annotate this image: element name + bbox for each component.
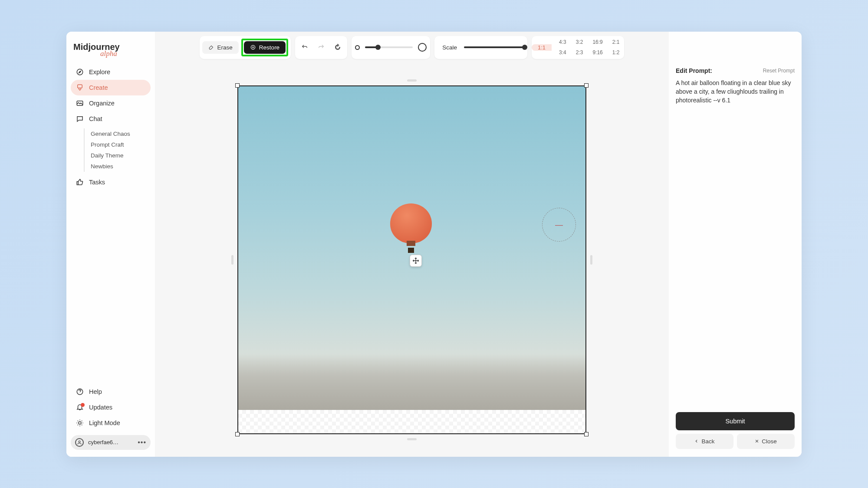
restore-icon — [250, 44, 256, 50]
chevron-left-icon — [694, 439, 699, 443]
redo-button[interactable] — [314, 40, 328, 54]
back-button[interactable]: Back — [676, 434, 733, 449]
user-name: cyberfae6… — [88, 439, 133, 445]
sidebar-label: Updates — [89, 404, 112, 411]
ratio-option[interactable]: 2:1 — [608, 37, 625, 47]
submit-button[interactable]: Submit — [676, 412, 795, 430]
edge-handle-right[interactable] — [590, 255, 592, 265]
highlight-box: Restore — [241, 39, 288, 56]
button-label: Back — [701, 438, 714, 445]
sidebar-item-updates[interactable]: Updates — [71, 400, 151, 415]
user-chip[interactable]: cyberfae6… ••• — [71, 435, 151, 450]
button-label: Restore — [259, 44, 279, 51]
ratio-grid: 4:3 3:2 16:9 2:1 3:4 2:3 9:16 1:2 — [554, 37, 624, 58]
chat-channel-item[interactable]: General Chaos — [91, 128, 151, 139]
sidebar-label: Help — [89, 388, 102, 395]
ratio-option[interactable]: 3:2 — [571, 37, 588, 47]
sidebar-item-tasks[interactable]: Tasks — [71, 174, 151, 190]
edge-handle-bottom[interactable] — [407, 438, 417, 440]
sidebar-item-explore[interactable]: Explore — [71, 64, 151, 80]
hot-air-balloon — [390, 203, 432, 251]
sidebar-label: Tasks — [89, 179, 105, 186]
chat-channel-item[interactable]: Daily Theme — [91, 150, 151, 161]
close-icon — [755, 439, 759, 443]
chat-channel-item[interactable]: Newbies — [91, 161, 151, 172]
image-icon — [76, 99, 84, 107]
transparency-checker — [238, 410, 585, 433]
crop-handle-tl[interactable] — [235, 83, 240, 88]
chat-channels: General Chaos Prompt Craft Daily Theme N… — [84, 128, 151, 172]
aspect-ratio-group: 1:1 4:3 3:2 16:9 2:1 3:4 2:3 9:16 1:2 — [532, 36, 625, 59]
toolbar: Erase Restore — [155, 32, 669, 63]
notification-badge — [81, 403, 85, 407]
canvas-area: — — [155, 63, 669, 457]
scale-label: Scale — [437, 44, 461, 51]
brush-icon — [76, 84, 84, 92]
erase-icon — [208, 44, 214, 50]
crop-handle-br[interactable] — [584, 432, 589, 436]
right-panel: Edit Prompt: Reset Prompt A hot air ball… — [669, 32, 802, 457]
svg-rect-2 — [78, 85, 82, 88]
svg-point-5 — [79, 422, 81, 424]
app-window: Midjourney alpha Explore Create Organize… — [66, 32, 802, 457]
sidebar-label: Light Mode — [89, 419, 120, 426]
ratio-option[interactable]: 16:9 — [588, 37, 607, 47]
prompt-header: Edit Prompt: Reset Prompt — [676, 67, 795, 74]
crop-handle-bl[interactable] — [235, 432, 240, 436]
svg-marker-1 — [79, 71, 81, 73]
main-editor: Erase Restore — [155, 32, 669, 457]
ratio-option[interactable]: 4:3 — [554, 37, 571, 47]
svg-point-6 — [79, 441, 80, 442]
sidebar-item-light-mode[interactable]: Light Mode — [71, 415, 151, 431]
ratio-option[interactable]: 9:16 — [588, 47, 607, 58]
undo-button[interactable] — [298, 40, 312, 54]
sidebar-item-help[interactable]: Help — [71, 384, 151, 400]
sidebar-item-create[interactable]: Create — [71, 80, 151, 95]
right-panel-actions: Submit Back Close — [676, 412, 795, 449]
slider-track[interactable] — [464, 46, 525, 48]
brush-cursor: — — [542, 208, 576, 242]
ratio-option[interactable]: 2:3 — [571, 47, 588, 58]
chat-channel-item[interactable]: Prompt Craft — [91, 139, 151, 150]
canvas-frame[interactable]: — — [237, 85, 586, 434]
ratio-option[interactable]: 3:4 — [554, 47, 571, 58]
crop-handle-tr[interactable] — [584, 83, 589, 88]
logo-sub-text: alpha — [100, 49, 148, 58]
edge-handle-top[interactable] — [407, 79, 417, 82]
brush-small-icon — [355, 45, 360, 50]
reset-prompt-link[interactable]: Reset Prompt — [763, 68, 795, 74]
close-button[interactable]: Close — [737, 434, 795, 449]
slider-thumb[interactable] — [375, 45, 381, 50]
tool-group-mode: Erase Restore — [200, 36, 291, 59]
brush-large-icon — [418, 43, 427, 52]
ratio-option[interactable]: 1:2 — [608, 47, 625, 58]
sidebar-item-organize[interactable]: Organize — [71, 95, 151, 111]
help-icon — [76, 388, 84, 396]
edge-handle-left[interactable] — [231, 255, 233, 265]
prompt-text[interactable]: A hot air balloon floating in a clear bl… — [676, 79, 795, 105]
sidebar-item-chat[interactable]: Chat — [71, 111, 151, 127]
slider-thumb[interactable] — [522, 45, 527, 50]
sidebar-label: Chat — [89, 115, 102, 122]
brush-size-slider[interactable] — [352, 36, 430, 59]
slider-track[interactable] — [365, 46, 413, 48]
thumbs-up-icon — [76, 178, 84, 186]
slider-fill — [464, 46, 525, 48]
reset-button[interactable] — [331, 40, 345, 54]
compass-icon — [76, 68, 84, 76]
sidebar-label: Explore — [89, 69, 110, 75]
move-handle[interactable] — [410, 255, 422, 267]
ratio-active[interactable]: 1:1 — [532, 44, 552, 51]
erase-button[interactable]: Erase — [202, 41, 239, 54]
scale-slider-group: Scale — [434, 36, 527, 59]
canvas-image[interactable]: — — [237, 85, 586, 434]
button-label: Close — [762, 438, 777, 445]
chat-icon — [76, 115, 84, 123]
restore-button[interactable]: Restore — [244, 41, 286, 54]
sidebar: Midjourney alpha Explore Create Organize… — [66, 32, 155, 457]
sidebar-label: Organize — [89, 100, 115, 107]
button-label: Erase — [217, 44, 233, 51]
avatar-icon — [75, 438, 84, 447]
logo: Midjourney alpha — [71, 39, 151, 64]
more-icon[interactable]: ••• — [138, 439, 146, 446]
